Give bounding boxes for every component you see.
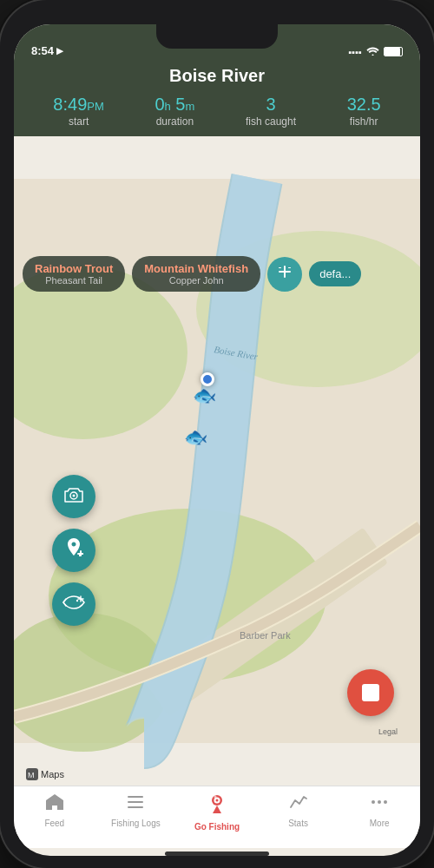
tab-fishing-logs[interactable]: Fishing Logs bbox=[95, 793, 177, 828]
stat-fish-hr: 32.5 fish/hr bbox=[347, 95, 381, 128]
stat-duration-value: 0h 5m bbox=[155, 95, 194, 114]
svg-point-28 bbox=[214, 796, 216, 799]
clock-time: 8:54 bbox=[31, 44, 54, 57]
notch bbox=[156, 24, 278, 49]
log-fish-fab[interactable] bbox=[52, 582, 95, 626]
status-icons: ▪▪▪▪ bbox=[348, 46, 403, 57]
battery-icon bbox=[384, 47, 403, 56]
svg-rect-16 bbox=[77, 553, 83, 555]
tab-go-fishing-label: Go Fishing bbox=[194, 822, 240, 832]
chip-default-label: defa... bbox=[319, 267, 351, 280]
camera-icon bbox=[63, 486, 84, 508]
svg-point-27 bbox=[215, 799, 218, 802]
fishing-logs-icon bbox=[126, 793, 145, 816]
signal-icon: ▪▪▪▪ bbox=[348, 47, 362, 57]
stat-start-value: 8:49PM bbox=[53, 95, 103, 114]
fish-add-icon bbox=[62, 593, 86, 616]
home-bar bbox=[165, 852, 269, 856]
svg-point-17 bbox=[76, 599, 78, 601]
river-title: Boise River bbox=[28, 66, 406, 86]
tab-fishing-logs-label: Fishing Logs bbox=[111, 819, 161, 828]
chip-mountain-whitefish-name: Mountain Whitefish bbox=[144, 262, 248, 275]
svg-rect-2 bbox=[279, 267, 281, 268]
stat-fish-caught-label: fish caught bbox=[246, 115, 296, 128]
add-chip-icon bbox=[276, 263, 293, 285]
stat-duration-label: duration bbox=[155, 115, 194, 128]
fish-marker-brown: 🐟 bbox=[193, 385, 216, 407]
svg-rect-3 bbox=[288, 267, 291, 268]
svg-rect-1 bbox=[279, 271, 291, 273]
svg-point-29 bbox=[372, 800, 375, 804]
svg-point-31 bbox=[384, 800, 387, 804]
chips-row: Rainbow Trout Pheasant Tail Mountain Whi… bbox=[14, 249, 420, 299]
tab-go-fishing[interactable]: Go Fishing bbox=[176, 793, 258, 832]
stat-start-label: start bbox=[53, 115, 103, 128]
chip-rainbow-trout-name: Rainbow Trout bbox=[35, 262, 113, 275]
status-time: 8:54 ▶ bbox=[31, 44, 63, 57]
tab-bar: Feed Fishing Logs bbox=[14, 786, 420, 848]
svg-rect-24 bbox=[128, 806, 143, 808]
svg-text:Barber Park: Barber Park bbox=[240, 630, 291, 641]
svg-rect-22 bbox=[128, 796, 143, 798]
stop-icon bbox=[362, 684, 379, 701]
stats-icon bbox=[289, 793, 308, 816]
stat-duration: 0h 5m duration bbox=[155, 95, 194, 128]
map-container: Rainbow Trout Pheasant Tail Mountain Whi… bbox=[14, 136, 420, 786]
go-fishing-icon bbox=[207, 793, 227, 819]
maps-label: M Maps bbox=[26, 768, 64, 780]
tab-stats[interactable]: Stats bbox=[258, 793, 339, 828]
phone-screen: 8:54 ▶ ▪▪▪▪ bbox=[14, 24, 420, 856]
chip-mountain-whitefish[interactable]: Mountain Whitefish Copper John bbox=[132, 256, 260, 292]
stat-fish-caught-value: 3 bbox=[246, 95, 296, 114]
chip-rainbow-trout-sub: Pheasant Tail bbox=[45, 275, 102, 286]
apple-maps-text: Maps bbox=[41, 769, 64, 779]
chip-rainbow-trout[interactable]: Rainbow Trout Pheasant Tail bbox=[23, 256, 125, 292]
stats-row: 8:49PM start 0h 5m duration 3 fish caugh… bbox=[28, 95, 406, 128]
tab-stats-label: Stats bbox=[288, 819, 308, 828]
svg-point-30 bbox=[378, 800, 381, 804]
svg-text:Legal: Legal bbox=[378, 727, 398, 736]
svg-point-14 bbox=[73, 494, 76, 496]
fish-marker-green: 🐟 bbox=[184, 426, 207, 449]
tab-more[interactable]: More bbox=[339, 793, 420, 828]
svg-rect-23 bbox=[128, 801, 143, 803]
pin-icon bbox=[64, 538, 83, 563]
feed-icon bbox=[45, 793, 64, 816]
stop-button[interactable] bbox=[347, 669, 394, 716]
add-pin-fab[interactable] bbox=[52, 529, 95, 572]
wifi-icon bbox=[366, 46, 379, 57]
tab-more-label: More bbox=[370, 819, 390, 828]
chip-default[interactable]: defa... bbox=[309, 261, 361, 286]
tab-feed[interactable]: Feed bbox=[14, 793, 95, 828]
svg-text:M: M bbox=[28, 771, 35, 779]
stat-fish-hr-value: 32.5 bbox=[347, 95, 381, 114]
add-chip-button[interactable] bbox=[267, 257, 302, 292]
stat-fish-hr-label: fish/hr bbox=[347, 115, 381, 128]
header: Boise River 8:49PM start 0h 5m duration … bbox=[14, 62, 420, 136]
phone-frame: 8:54 ▶ ▪▪▪▪ bbox=[0, 0, 434, 868]
stat-start: 8:49PM start bbox=[53, 95, 103, 128]
chip-mountain-whitefish-sub: Copper John bbox=[169, 275, 224, 286]
stat-fish-caught: 3 fish caught bbox=[246, 95, 296, 128]
location-icon: ▶ bbox=[56, 46, 63, 56]
tab-feed-label: Feed bbox=[44, 819, 64, 828]
more-icon bbox=[370, 793, 389, 816]
camera-fab[interactable] bbox=[52, 475, 95, 518]
